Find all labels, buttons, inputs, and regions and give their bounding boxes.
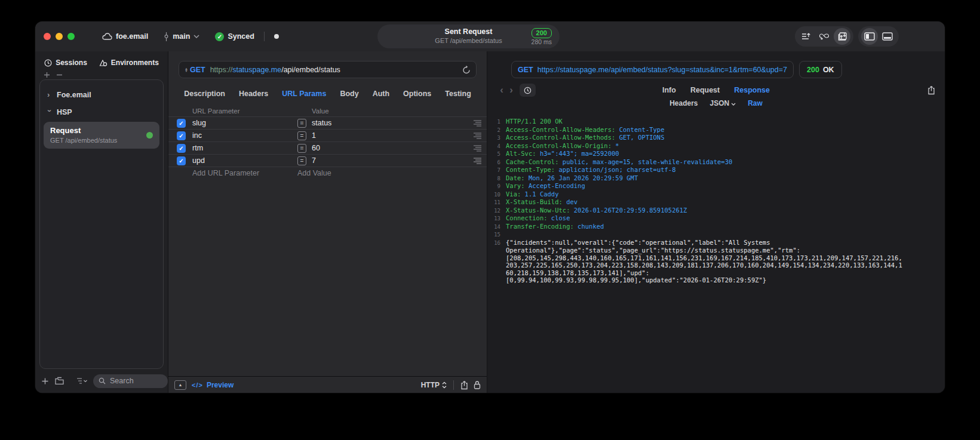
editor-tab-options[interactable]: Options <box>403 90 431 98</box>
toolbar-group-requests <box>795 26 853 47</box>
chevron-collapsed-icon[interactable]: › <box>47 90 53 99</box>
chevron-expanded-icon[interactable]: › <box>45 109 54 115</box>
request-item-title: Request <box>50 126 146 136</box>
app-window: foe.email main ✓ Synced Sent Request GET… <box>35 21 945 393</box>
param-value[interactable]: 7 <box>312 156 462 165</box>
line-number: 11 <box>490 198 500 207</box>
request-url-bar[interactable]: ▲▼ GET https://statuspage.me/api/embed/s… <box>179 61 477 78</box>
collapse-panel-button[interactable]: ▲ <box>174 380 186 390</box>
tab-sessions[interactable]: Sessions <box>44 59 87 67</box>
lock-icon[interactable] <box>474 380 481 389</box>
request-duration: 280 ms <box>532 38 552 45</box>
param-name[interactable]: rtm <box>192 144 297 152</box>
editor-tab-url-params[interactable]: URL Params <box>282 90 326 98</box>
param-row-inc: ✓inc=1 <box>168 129 487 141</box>
method-updown-icon: ▲▼ <box>185 67 188 72</box>
line-number <box>490 276 500 284</box>
response-method: GET <box>518 66 533 74</box>
sort-filter-button[interactable] <box>76 377 88 384</box>
param-value[interactable]: status <box>312 119 462 127</box>
editor-tab-testing[interactable]: Testing <box>445 90 471 98</box>
line-number: 14 <box>490 223 500 231</box>
param-name[interactable]: inc <box>192 131 297 140</box>
tree-item-hsp[interactable]: ›HSP <box>40 103 163 121</box>
param-value[interactable]: 1 <box>312 131 462 140</box>
line-number: 12 <box>490 207 500 215</box>
tree-item-foe-email[interactable]: ›Foe.email <box>40 86 163 103</box>
param-checkbox[interactable]: ✓ <box>177 156 186 165</box>
remove-session-icon[interactable] <box>56 72 63 78</box>
response-line: 15 <box>490 230 945 239</box>
param-value[interactable]: 60 <box>312 144 462 152</box>
tree-item-label: HSP <box>57 108 72 116</box>
search-input[interactable] <box>109 376 162 386</box>
new-folder-button[interactable] <box>54 377 64 385</box>
chevron-down-icon[interactable] <box>193 35 199 38</box>
row-options-icon[interactable] <box>473 132 482 140</box>
response-subtab-headers[interactable]: Headers <box>669 99 698 107</box>
method-selector[interactable]: ▲▼ GET <box>185 66 205 74</box>
toggle-left-sidebar-button[interactable] <box>861 28 878 45</box>
editor-tab-headers[interactable]: Headers <box>239 90 268 98</box>
protocol-selector[interactable]: HTTP <box>421 381 447 389</box>
minimize-window-button[interactable] <box>56 33 63 40</box>
param-checkbox[interactable]: ✓ <box>177 144 186 153</box>
col-value: Value <box>312 107 462 115</box>
code-icon: </> <box>192 381 203 389</box>
export-response-icon[interactable] <box>927 85 935 95</box>
add-session-icon[interactable] <box>44 72 50 78</box>
row-options-icon[interactable] <box>473 144 482 152</box>
unsaved-indicator-dot <box>274 34 279 39</box>
add-param-row[interactable]: Add URL Parameter Add Value <box>168 167 487 179</box>
row-options-icon[interactable] <box>473 119 482 127</box>
branch-name[interactable]: main <box>173 32 190 41</box>
sidebar: Sessions Environments ›Foe.email›H <box>35 51 168 393</box>
param-checkbox[interactable]: ✓ <box>177 119 186 128</box>
response-body[interactable]: 1HTTP/1.1 200 OK2Access-Control-Allow-He… <box>487 118 945 393</box>
preview-button[interactable]: </> Preview <box>192 381 234 389</box>
resend-request-icon[interactable] <box>462 65 471 74</box>
response-tabs: InfoRequestResponse <box>662 86 770 94</box>
param-name[interactable]: slug <box>192 119 297 127</box>
import-export-button[interactable] <box>798 28 815 45</box>
response-line: 12X-Status-Now-Utc: 2026-01-26T20:29:59.… <box>490 207 945 215</box>
project-name[interactable]: foe.email <box>116 32 148 41</box>
environments-icon <box>99 59 107 67</box>
history-forward-icon[interactable]: › <box>506 84 516 96</box>
line-number: 6 <box>490 158 500 167</box>
sent-request-pill[interactable]: Sent Request GET /api/embed/status 200 2… <box>377 24 560 48</box>
row-options-icon[interactable] <box>473 157 482 165</box>
param-name[interactable]: upd <box>192 156 297 165</box>
add-url-parameter-placeholder[interactable]: Add URL Parameter <box>192 169 297 177</box>
equals-icon: = <box>297 144 306 153</box>
line-number: 9 <box>490 182 500 190</box>
history-back-icon[interactable]: ‹ <box>497 84 506 96</box>
response-tab-response[interactable]: Response <box>734 86 770 94</box>
sidebar-search[interactable] <box>93 374 168 388</box>
send-receive-button[interactable] <box>834 28 850 45</box>
editor-tab-body[interactable]: Body <box>340 90 358 98</box>
close-window-button[interactable] <box>44 33 51 40</box>
add-value-placeholder[interactable]: Add Value <box>297 169 462 177</box>
response-line: 2Access-Control-Allow-Headers: Content-T… <box>490 126 945 134</box>
response-url-bar[interactable]: GET https://statuspage.me/api/embed/stat… <box>511 61 794 78</box>
response-subtab-raw[interactable]: Raw <box>748 99 763 107</box>
share-request-icon[interactable] <box>460 380 468 390</box>
toggle-bottom-panel-button[interactable] <box>879 28 896 45</box>
response-subtab-json[interactable]: JSON <box>710 99 736 107</box>
response-tab-request[interactable]: Request <box>690 86 720 94</box>
request-item-selected[interactable]: Request GET /api/embed/status <box>44 122 159 149</box>
response-status-text: OK <box>823 66 834 74</box>
sync-loop-button[interactable] <box>816 28 832 45</box>
preview-label: Preview <box>207 381 234 389</box>
search-icon <box>99 377 106 384</box>
history-clock-button[interactable] <box>520 84 536 97</box>
protocol-updown-icon <box>442 381 447 389</box>
tab-environments[interactable]: Environments <box>99 59 159 67</box>
editor-tab-auth[interactable]: Auth <box>373 90 389 98</box>
zoom-window-button[interactable] <box>67 33 75 40</box>
param-checkbox[interactable]: ✓ <box>177 131 186 140</box>
response-tab-info[interactable]: Info <box>662 86 676 94</box>
new-request-button[interactable] <box>41 377 49 385</box>
editor-tab-description[interactable]: Description <box>184 90 225 98</box>
